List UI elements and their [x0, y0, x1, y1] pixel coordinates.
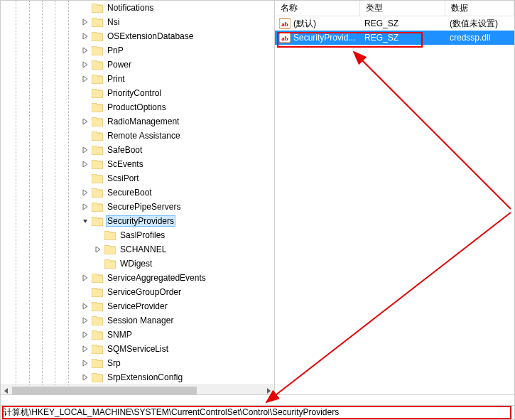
tree-item[interactable]: ServiceProvider — [1, 299, 274, 313]
tree-item[interactable]: SCHANNEL — [1, 242, 274, 257]
value-name-cell: ab(默认) — [275, 16, 360, 31]
main-area: NotificationsNsiOSExtensionDatabasePnPPo… — [1, 1, 514, 396]
string-value-icon: ab — [279, 32, 291, 43]
expander-placeholder — [80, 131, 90, 141]
tree-item-label: Nsi — [106, 16, 121, 28]
value-data-label: (数值未设置) — [450, 18, 498, 30]
tree-item-label: SrpExtensionConfig — [106, 372, 184, 383]
expander-placeholder — [93, 230, 103, 240]
tree-item-label: SCHANNEL — [119, 244, 168, 255]
expander-placeholder — [80, 88, 90, 98]
tree-item-label: ProductOptions — [106, 102, 168, 113]
tree-item-label: WDigest — [119, 258, 153, 269]
chevron-right-icon[interactable] — [80, 45, 90, 55]
column-header-data-label: 数据 — [451, 2, 468, 14]
chevron-right-icon[interactable] — [80, 31, 90, 41]
chevron-right-icon[interactable] — [80, 316, 90, 325]
column-header-name[interactable]: 名称 — [275, 1, 360, 16]
value-name-cell: abSecurityProvid... — [275, 31, 360, 45]
tree-item-label: SQMServiceList — [106, 343, 170, 355]
tree-item[interactable]: ServiceGroupOrder — [1, 285, 274, 299]
tree-item[interactable]: SaslProfiles — [1, 228, 274, 242]
tree-item[interactable]: SecurePipeServers — [1, 200, 274, 214]
tree-item[interactable]: ScsiPort — [1, 171, 274, 185]
tree-item[interactable]: ProductOptions — [1, 100, 274, 114]
value-data-cell: credssp.dll — [445, 31, 514, 45]
value-name-label: (默认) — [293, 18, 316, 30]
value-name-label: SecurityProvid... — [293, 33, 355, 43]
tree-item[interactable]: PriorityControl — [1, 86, 274, 100]
column-header-name-label: 名称 — [281, 2, 298, 14]
folder-icon — [92, 301, 103, 311]
expander-placeholder — [80, 3, 90, 13]
tree-item[interactable]: ServiceAggregatedEvents — [1, 271, 274, 285]
tree-item[interactable]: SrpExtensionConfig — [1, 370, 274, 384]
chevron-right-icon[interactable] — [80, 17, 90, 27]
tree-item[interactable]: Nsi — [1, 15, 274, 29]
tree-item-label: RadioManagement — [106, 116, 180, 127]
chevron-right-icon[interactable] — [80, 273, 90, 283]
value-row[interactable]: abSecurityProvid...REG_SZcredssp.dll — [275, 31, 514, 45]
tree-item[interactable]: Remote Assistance — [1, 129, 274, 143]
status-bar: 计算机\HKEY_LOCAL_MACHINE\SYSTEM\CurrentCon… — [1, 405, 514, 419]
tree-item-label: Notifications — [106, 2, 155, 14]
tree-item[interactable]: Power — [1, 58, 274, 72]
expander-placeholder — [80, 287, 90, 297]
value-data-cell: (数值未设置) — [445, 16, 514, 31]
tree-item[interactable]: SecureBoot — [1, 185, 274, 200]
folder-icon — [92, 45, 103, 55]
chevron-right-icon[interactable] — [80, 344, 90, 354]
svg-text:ab: ab — [281, 35, 288, 42]
folder-icon — [92, 316, 103, 325]
tree-item[interactable]: SQMServiceList — [1, 342, 274, 356]
tree-item[interactable]: OSExtensionDatabase — [1, 29, 274, 43]
tree-item[interactable]: RadioManagement — [1, 114, 274, 129]
tree-item-label: ScsiPort — [106, 173, 141, 184]
tree-item[interactable]: Session Manager — [1, 313, 274, 328]
chevron-right-icon[interactable] — [80, 159, 90, 169]
chevron-down-icon[interactable] — [80, 216, 90, 226]
tree-item[interactable]: Print — [1, 72, 274, 86]
folder-icon — [92, 60, 103, 70]
tree-item-label: OSExtensionDatabase — [106, 31, 195, 42]
folder-icon — [92, 287, 103, 297]
chevron-right-icon[interactable] — [80, 117, 90, 126]
folder-icon — [92, 17, 103, 27]
tree-item[interactable]: WDigest — [1, 257, 274, 271]
expander-placeholder — [80, 102, 90, 112]
chevron-right-icon[interactable] — [80, 188, 90, 198]
chevron-right-icon[interactable] — [80, 145, 90, 155]
chevron-right-icon[interactable] — [80, 330, 90, 340]
chevron-right-icon[interactable] — [80, 301, 90, 311]
registry-editor-window: NotificationsNsiOSExtensionDatabasePnPPo… — [0, 0, 515, 420]
folder-icon — [92, 145, 103, 155]
tree-item-label: SecurePipeServers — [106, 201, 182, 212]
status-path: 计算机\HKEY_LOCAL_MACHINE\SYSTEM\CurrentCon… — [4, 406, 339, 419]
column-header-type[interactable]: 类型 — [360, 1, 445, 16]
value-type-label: REG_SZ — [364, 33, 399, 43]
chevron-right-icon[interactable] — [80, 358, 90, 368]
chevron-right-icon[interactable] — [80, 202, 90, 212]
tree-item-label: Remote Assistance — [106, 130, 182, 141]
tree-item-label: Power — [106, 59, 133, 70]
scrollbar-thumb[interactable] — [12, 387, 197, 394]
value-row[interactable]: ab(默认)REG_SZ(数值未设置) — [275, 16, 514, 31]
chevron-right-icon[interactable] — [80, 60, 90, 70]
tree-item[interactable]: Srp — [1, 356, 274, 370]
tree-scroll-area[interactable]: NotificationsNsiOSExtensionDatabasePnPPo… — [1, 1, 274, 384]
tree-item[interactable]: SafeBoot — [1, 143, 274, 157]
chevron-right-icon[interactable] — [80, 74, 90, 84]
value-type-label: REG_SZ — [364, 18, 399, 28]
tree-item[interactable]: PnP — [1, 43, 274, 58]
tree-item[interactable]: SecurityProviders — [1, 214, 274, 228]
tree-item[interactable]: ScEvents — [1, 157, 274, 171]
column-header-data[interactable]: 数据 — [445, 1, 514, 16]
folder-icon — [92, 88, 103, 98]
chevron-right-icon[interactable] — [93, 244, 103, 254]
registry-tree-panel: NotificationsNsiOSExtensionDatabasePnPPo… — [1, 1, 275, 396]
folder-icon — [92, 131, 103, 141]
tree-item[interactable]: SNMP — [1, 328, 274, 342]
folder-icon — [104, 259, 116, 269]
tree-item[interactable]: Notifications — [1, 1, 274, 15]
chevron-right-icon[interactable] — [80, 372, 90, 382]
